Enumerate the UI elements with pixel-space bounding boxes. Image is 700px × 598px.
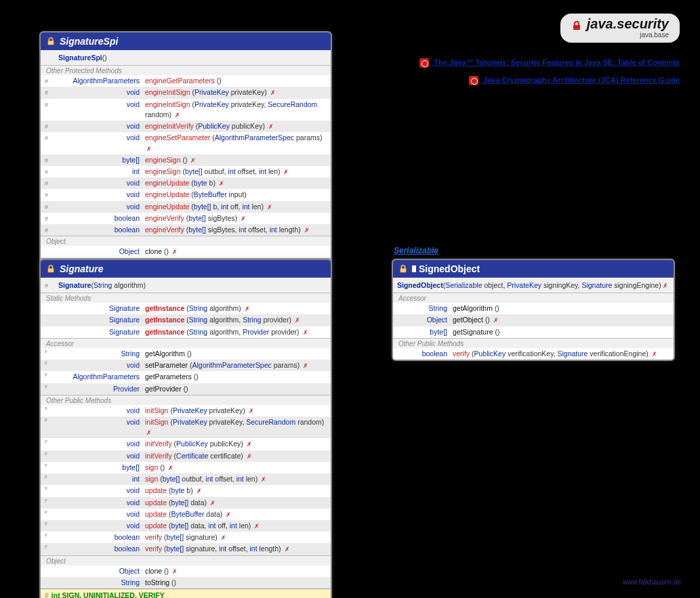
method-row: FProvidergetProvider () [41,383,331,395]
class-title: SignedObject [419,263,480,274]
method-row: Fbooleanverify (byte[] signature) ✗ [41,532,331,543]
method-row: Fbooleanverify (byte[] signature, int of… [41,543,331,555]
method-row: #booleanengineVerify (byte[] sigBytes, i… [41,224,331,236]
oracle-icon [469,76,478,85]
package-badge: java.security java.base [560,14,680,43]
section-label: Other Protected Methods [41,65,331,75]
method-row: Fvoidupdate (byte[] data) ✗ [41,497,331,509]
final-marker-icon [412,265,416,272]
method-row: Fvoidupdate (byte[] data, int off, int l… [41,520,331,532]
class-signaturespi: SignatureSpi SignatureSpi () Other Prote… [39,31,332,283]
class-header: SignedObject [393,260,674,278]
section-label: Other Public Methods [393,338,674,348]
class-signature: Signature # Signature (String algorithm)… [39,259,332,598]
class-title: SignatureSpi [60,36,118,47]
method-row: #voidengineUpdate (ByteBuffer input) [41,189,331,200]
method-row: #byte[]engineSign () ✗ [41,154,331,166]
method-row: SignaturegetInstance (String algorithm, … [41,326,331,338]
method-row: byte[]getSignature () [393,326,674,338]
oracle-icon [419,58,429,68]
method-row: booleanverify (PublicKey verificationKey… [393,348,674,360]
method-row: FvoidinitVerify (Certificate certificate… [41,450,331,462]
class-header: SignatureSpi [41,33,331,50]
class-title: Signature [60,263,104,274]
link-jca[interactable]: Java Cryptography Architecture (JCA) Ref… [469,76,680,85]
method-row: #voidengineInitSign (PrivateKey privateK… [41,87,331,98]
method-row: FStringgetAlgorithm () [41,348,331,360]
method-row: Fvoidupdate (byte b) ✗ [41,485,331,496]
section-label: Object [41,236,331,246]
method-row: ObjectgetObject () ✗ [393,314,674,326]
class-header: Signature [41,260,331,278]
method-row: #voidengineUpdate (byte b) ✗ [41,177,331,189]
section-label: Other Public Methods [41,395,331,405]
method-row: Fintsign (byte[] outbuf, int offset, int… [41,473,331,485]
section-label: Accessor [41,338,331,348]
lock-icon [46,264,56,274]
method-row: FvoidinitSign (PrivateKey privateKey) ✗ [41,405,331,417]
lock-icon [398,264,408,274]
link-tutorial[interactable]: The Java™ Tutorials: Security Features i… [419,58,680,68]
footer-link[interactable]: www.falkhausen.de [623,578,681,586]
method-row: #intengineSign (byte[] outbuf, int offse… [41,166,331,177]
constructor-row: # Signature (String algorithm) [41,280,331,291]
method-row: FvoidinitSign (PrivateKey privateKey, Se… [41,417,331,438]
constructor-row: SignedObject (Serializable object, Priva… [393,280,674,291]
section-label: Accessor [393,293,674,303]
package-module: java.base [571,31,669,39]
method-row: #voidengineInitVerify (PublicKey publicK… [41,121,331,132]
method-row: FAlgorithmParametersgetParameters () [41,371,331,383]
method-row: SignaturegetInstance (String algorithm, … [41,314,331,326]
method-row: FvoidinitVerify (PublicKey publicKey) ✗ [41,438,331,450]
method-row: Fvoidupdate (ByteBuffer data) ✗ [41,509,331,520]
lock-icon [571,20,582,33]
interface-serializable[interactable]: Serializable [394,246,438,255]
method-row: #AlgorithmParametersengineGetParameters … [41,75,331,87]
method-row: Fbyte[]sign () ✗ [41,462,331,473]
method-row: Objectclone () ✗ [41,565,331,577]
method-row: #voidengineUpdate (byte[] b, int off, in… [41,201,331,213]
method-row: StringtoString () [41,577,331,589]
method-row: Objectclone () ✗ [41,246,331,257]
class-signedobject: SignedObject SignedObject (Serializable … [392,259,675,361]
section-label: Object [41,555,331,565]
method-row: #voidengineSetParameter (AlgorithmParame… [41,132,331,154]
method-row: StringgetAlgorithm () [393,303,674,314]
lock-icon [46,37,56,46]
field-row: #int SIGN, UNINITIALIZED, VERIFY [41,589,331,598]
package-name: java.security [587,16,669,31]
constructor-row: SignatureSpi () [41,52,331,64]
method-row: SignaturegetInstance (String algorithm) … [41,303,331,314]
method-row: #booleanengineVerify (byte[] sigBytes) ✗ [41,213,331,224]
method-row: FvoidsetParameter (AlgorithmParameterSpe… [41,360,331,371]
section-label: Static Methods [41,293,331,303]
method-row: #voidengineInitSign (PrivateKey privateK… [41,99,331,121]
